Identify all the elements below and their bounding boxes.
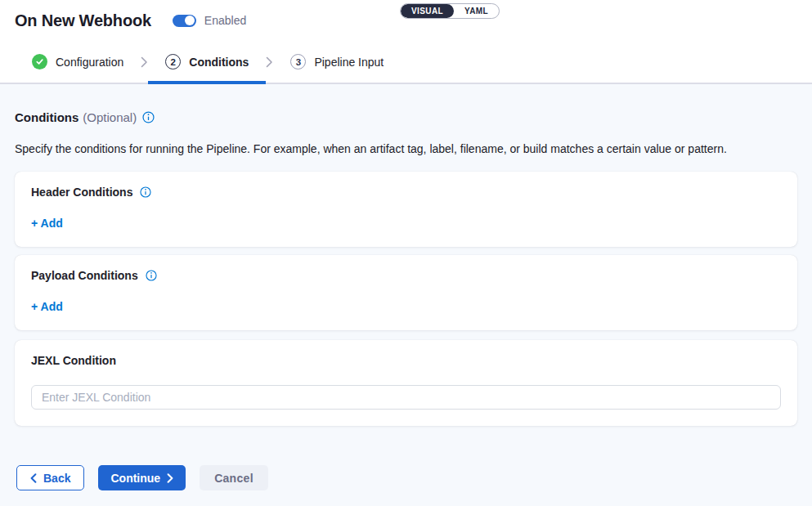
step-label: Pipeline Input — [314, 56, 384, 69]
chevron-right-icon — [141, 56, 148, 68]
continue-button[interactable]: Continue — [98, 465, 186, 490]
yaml-tab[interactable]: YAML — [454, 4, 499, 18]
card-title-row: Header Conditions — [31, 186, 781, 199]
info-icon[interactable] — [146, 270, 157, 281]
back-button[interactable]: Back — [16, 465, 84, 490]
conditions-heading-text: Conditions — [15, 110, 79, 124]
conditions-heading: Conditions (Optional) — [15, 110, 797, 124]
jexl-condition-card: JEXL Condition — [15, 340, 797, 426]
info-icon[interactable] — [140, 186, 151, 198]
step-configuration[interactable]: Configuration — [15, 41, 141, 83]
page-header: On New Webhook Enabled VISUAL YAML — [0, 0, 812, 41]
header-conditions-title: Header Conditions — [31, 186, 132, 199]
page-title: On New Webhook — [15, 11, 151, 30]
wizard-step-bar: Configuration 2 Conditions 3 Pipeline In… — [0, 41, 812, 84]
visual-tab[interactable]: VISUAL — [401, 4, 454, 18]
cancel-button-label: Cancel — [214, 472, 253, 485]
add-payload-condition-button[interactable]: + Add — [31, 300, 63, 313]
chevron-right-icon — [167, 473, 173, 483]
enabled-toggle-group: Enabled — [173, 14, 246, 27]
toggle-knob — [185, 16, 195, 25]
jexl-condition-input[interactable] — [31, 385, 781, 410]
conditions-panel: Conditions (Optional) Specify the condit… — [0, 84, 812, 490]
step-conditions[interactable]: 2 Conditions — [148, 41, 266, 83]
payload-conditions-card: Payload Conditions + Add — [15, 255, 797, 330]
optional-label: (Optional) — [83, 110, 137, 124]
check-circle-icon — [32, 54, 47, 69]
header-conditions-card: Header Conditions + Add — [15, 172, 797, 247]
chevron-right-icon — [266, 56, 273, 68]
step-label: Configuration — [56, 56, 123, 69]
step-number-badge: 2 — [165, 54, 181, 69]
step-label: Conditions — [189, 56, 249, 69]
step-number-badge: 3 — [290, 54, 306, 69]
back-button-label: Back — [43, 472, 70, 485]
card-title-row: JEXL Condition — [31, 354, 781, 367]
cancel-button[interactable]: Cancel — [200, 465, 268, 490]
info-icon[interactable] — [142, 111, 155, 123]
continue-button-label: Continue — [110, 472, 160, 485]
visual-yaml-toggle: VISUAL YAML — [400, 3, 500, 19]
enabled-toggle-label: Enabled — [204, 14, 246, 27]
enabled-toggle[interactable] — [173, 15, 196, 27]
step-pipeline-input[interactable]: 3 Pipeline Input — [273, 41, 401, 83]
conditions-description: Specify the conditions for running the P… — [15, 142, 797, 155]
chevron-left-icon — [30, 473, 37, 483]
jexl-condition-title: JEXL Condition — [31, 354, 116, 367]
payload-conditions-title: Payload Conditions — [31, 269, 138, 282]
card-title-row: Payload Conditions — [31, 269, 781, 282]
wizard-footer: Back Continue Cancel — [15, 465, 797, 490]
add-header-condition-button[interactable]: + Add — [31, 217, 63, 230]
